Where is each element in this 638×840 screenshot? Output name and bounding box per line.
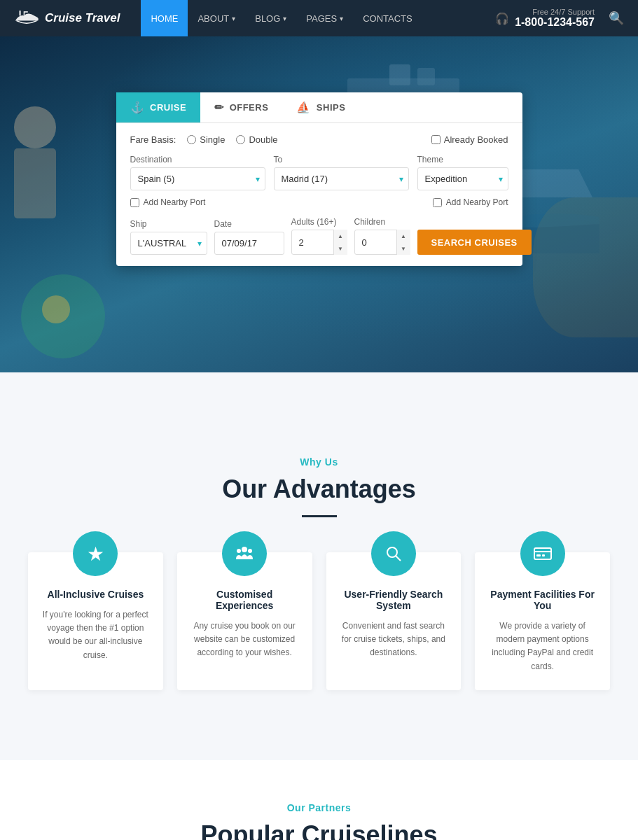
- adults-down[interactable]: ▼: [334, 242, 347, 255]
- search-icon: [384, 544, 403, 564]
- nav-logo[interactable]: Cruise Travel: [14, 8, 120, 28]
- adults-up[interactable]: ▲: [334, 230, 347, 242]
- group-icon: [235, 544, 254, 564]
- svg-rect-4: [389, 64, 410, 85]
- nearby-port-1-checkbox[interactable]: [130, 198, 139, 207]
- theme-select[interactable]: Expedition Adventure Luxury: [417, 167, 508, 190]
- theme-select-wrapper: Expedition Adventure Luxury ▾: [417, 167, 508, 190]
- advantage-title-3: Payment Facilities For You: [489, 589, 596, 611]
- cruise-tab-label: CRUISE: [150, 102, 186, 113]
- advantage-card-1: Customised Experiences Any cruise you bo…: [177, 552, 312, 690]
- spacer-1: [0, 372, 638, 414]
- logo-text: Cruise Travel: [45, 11, 120, 25]
- ship-field: Ship L'AUSTRAL LE BOREAL ▾: [130, 219, 207, 255]
- date-input[interactable]: [214, 232, 284, 255]
- advantages-divider: [302, 515, 337, 517]
- double-radio[interactable]: [236, 135, 245, 144]
- single-radio[interactable]: [187, 135, 196, 144]
- headset-icon: 🎧: [495, 12, 509, 25]
- to-select[interactable]: Madrid (17) Barcelona (12): [274, 167, 409, 190]
- already-booked-option[interactable]: Already Booked: [431, 134, 508, 145]
- search-tabs: ⚓ CRUISE ✏ OFFERS ⛵ SHIPS: [116, 92, 522, 123]
- svg-rect-0: [19, 10, 21, 15]
- cruise-tab-icon: ⚓: [130, 101, 145, 114]
- nearby-port-2[interactable]: Add Nearby Port: [433, 197, 508, 207]
- svg-rect-5: [417, 68, 435, 85]
- adults-arrows: ▲ ▼: [333, 230, 347, 255]
- nav-right: 🎧 Free 24/7 Support 1-800-1234-567 🔍: [495, 8, 624, 29]
- date-label: Date: [214, 219, 284, 229]
- date-field: Date: [214, 219, 284, 255]
- advantage-title-2: User-Friendly Search System: [340, 589, 448, 611]
- svg-point-21: [42, 295, 70, 323]
- ship-label: Ship: [130, 219, 207, 229]
- children-down[interactable]: ▼: [397, 242, 410, 255]
- search-icon[interactable]: 🔍: [609, 10, 624, 26]
- tab-ships[interactable]: ⛵ SHIPS: [282, 92, 359, 122]
- advantage-icon-3: [520, 531, 565, 576]
- phone-number: 1-800-1234-567: [515, 16, 595, 29]
- nearby-port-2-label: Add Nearby Port: [446, 197, 508, 207]
- children-input-wrapper: ▲ ▼: [354, 230, 410, 255]
- about-arrow: ▾: [232, 15, 235, 22]
- svg-rect-29: [536, 554, 541, 556]
- adults-input-wrapper: ▲ ▼: [291, 230, 347, 255]
- destination-select[interactable]: Spain (5) France (3) Italy (8): [130, 167, 265, 190]
- svg-point-22: [242, 547, 247, 552]
- ship-select[interactable]: L'AUSTRAL LE BOREAL: [130, 232, 207, 255]
- already-booked-label: Already Booked: [444, 134, 508, 145]
- nearby-port-1-label: Add Nearby Port: [144, 197, 206, 207]
- nav-support: Free 24/7 Support 1-800-1234-567: [515, 8, 595, 29]
- destination-label: Destination: [130, 155, 265, 164]
- destination-field: Destination Spain (5) France (3) Italy (…: [130, 155, 265, 190]
- nav-link-home[interactable]: HOME: [141, 0, 188, 36]
- nav-link-contacts[interactable]: CONTACTS: [353, 0, 422, 36]
- advantage-icon-2: [371, 531, 416, 576]
- svg-point-25: [387, 547, 397, 557]
- advantages-grid: ★ All-Inclusive Cruises If you're lookin…: [28, 552, 610, 690]
- nav-link-pages[interactable]: PAGES ▾: [296, 0, 353, 36]
- advantages-section: Why Us Our Advantages ★ All-Inclusive Cr…: [0, 414, 638, 732]
- svg-rect-30: [542, 554, 545, 556]
- offers-tab-label: OFFERS: [230, 102, 269, 113]
- advantage-desc-3: We provide a variety of modern payment o…: [489, 620, 596, 673]
- to-label: To: [274, 155, 409, 164]
- advantage-card-2: User-Friendly Search System Convenient a…: [326, 552, 462, 690]
- svg-point-24: [248, 549, 252, 553]
- ships-tab-icon: ⛵: [296, 101, 311, 114]
- ships-tab-label: SHIPS: [317, 102, 346, 113]
- svg-point-23: [237, 549, 241, 553]
- payment-icon: [533, 544, 553, 564]
- fare-basis-row: Fare Basis: Single Double Already Booked: [130, 134, 508, 145]
- children-up[interactable]: ▲: [397, 230, 410, 242]
- children-label: Children: [354, 217, 410, 227]
- nav-link-about[interactable]: ABOUT ▾: [188, 0, 245, 36]
- already-booked-checkbox[interactable]: [431, 135, 441, 144]
- hero-section: ⚓ CRUISE ✏ OFFERS ⛵ SHIPS Fare Basis: Si…: [0, 36, 638, 372]
- search-body: Fare Basis: Single Double Already Booked…: [116, 123, 522, 266]
- tab-offers[interactable]: ✏ OFFERS: [200, 92, 282, 122]
- search-button[interactable]: SEARCH CRUISES: [417, 230, 532, 255]
- children-field: Children ▲ ▼: [354, 217, 410, 255]
- section-gap: [0, 732, 638, 760]
- nav-link-blog[interactable]: BLOG ▾: [245, 0, 296, 36]
- advantage-icon-1: [222, 531, 267, 576]
- partners-section: Our Partners Popular Cruiselines: [0, 760, 638, 840]
- navbar: Cruise Travel HOME ABOUT ▾ BLOG ▾ PAGES …: [0, 0, 638, 36]
- single-option[interactable]: Single: [187, 134, 225, 145]
- double-option[interactable]: Double: [236, 134, 277, 145]
- to-select-wrapper: Madrid (17) Barcelona (12) ▾: [274, 167, 409, 190]
- tab-cruise[interactable]: ⚓ CRUISE: [116, 92, 201, 122]
- nearby-port-2-checkbox[interactable]: [433, 198, 442, 207]
- advantages-subtitle: Why Us: [28, 456, 610, 468]
- advantages-title: Our Advantages: [28, 475, 610, 504]
- nearby-row: Add Nearby Port Add Nearby Port: [130, 197, 508, 207]
- adults-field: Adults (16+) ▲ ▼: [291, 217, 347, 255]
- svg-point-18: [14, 106, 56, 148]
- destination-row: Destination Spain (5) France (3) Italy (…: [130, 155, 508, 190]
- search-box: ⚓ CRUISE ✏ OFFERS ⛵ SHIPS Fare Basis: Si…: [116, 92, 522, 266]
- nearby-port-1[interactable]: Add Nearby Port: [130, 197, 206, 207]
- single-label: Single: [200, 134, 225, 145]
- ship-date-row: Ship L'AUSTRAL LE BOREAL ▾ Date Adults (…: [130, 217, 508, 255]
- fare-basis-label: Fare Basis:: [130, 134, 176, 145]
